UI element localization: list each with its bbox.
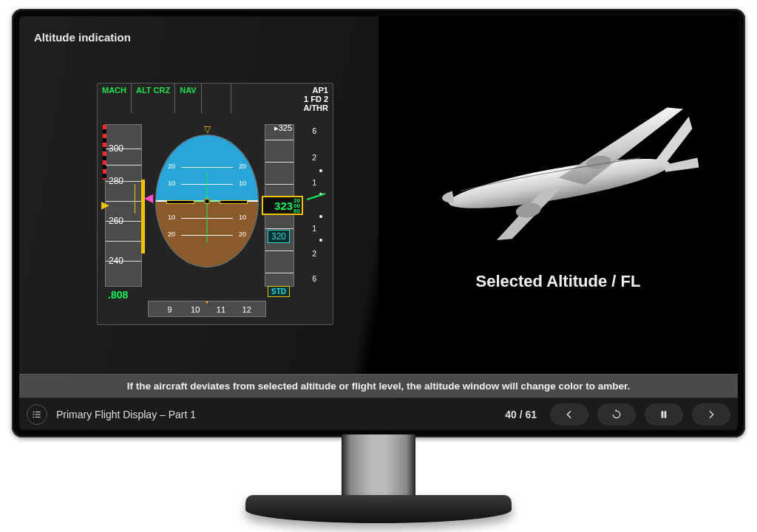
monitor-base xyxy=(245,495,512,523)
svg-rect-4 xyxy=(35,411,41,412)
bank-pointer-icon: ▽ xyxy=(204,124,211,134)
svg-rect-8 xyxy=(35,416,41,417)
fma-row: MACH ALT CRZ NAV AP1 1 FD 2 A/THR xyxy=(98,83,333,113)
selected-altitude-readout: 320 xyxy=(268,230,290,243)
svg-rect-9 xyxy=(662,411,664,417)
replay-button[interactable] xyxy=(597,403,636,426)
svg-point-0 xyxy=(446,149,673,218)
chevron-right-icon xyxy=(705,409,717,420)
fma-mach: MACH xyxy=(102,86,126,95)
svg-point-7 xyxy=(33,416,34,417)
previous-button[interactable] xyxy=(550,403,588,426)
airspeed-index-icon: ▶ xyxy=(101,199,109,211)
slide-title: Altitude indication xyxy=(34,31,131,44)
altitude-window: 323 20 00 80 xyxy=(262,196,303,215)
player-bar: Primary Flight Display – Part 1 40 / 61 xyxy=(19,398,738,430)
lesson-title: Primary Flight Display – Part 1 xyxy=(56,409,196,420)
svg-rect-6 xyxy=(35,414,41,415)
airspeed-tape: 300 280 260 240 ◀ ▶ xyxy=(105,124,142,287)
caption-bar: If the aircraft deviates from selected a… xyxy=(19,374,738,398)
fma-nav: NAV xyxy=(180,86,196,95)
page-counter: 40 / 61 xyxy=(505,409,537,420)
monitor-neck xyxy=(342,434,415,502)
pitch-20d: 20 xyxy=(168,231,175,238)
svg-point-3 xyxy=(33,411,34,412)
attitude-indicator: ▽ 2020 1010 1010 2020 xyxy=(155,124,259,287)
fma-athr: A/THR xyxy=(303,103,328,112)
svg-point-5 xyxy=(33,414,34,415)
fma-ap: AP1 xyxy=(303,86,328,95)
heading-strip: ▼ 9 10 11 12 xyxy=(148,301,266,317)
training-screen: Altitude indication MACH ALT CRZ NAV AP1… xyxy=(19,16,738,430)
pitch-10u: 10 xyxy=(168,180,175,187)
fma-fd: 1 FD 2 xyxy=(303,95,328,103)
aircraft-symbol xyxy=(166,197,248,205)
fma-altcrz: ALT CRZ xyxy=(136,86,170,95)
heading-pointer-icon: ▼ xyxy=(203,301,211,306)
altitude-readout: 323 xyxy=(274,200,293,212)
selected-speed-bug-icon: ◀ xyxy=(144,191,153,205)
list-icon xyxy=(32,409,42,420)
chevron-left-icon xyxy=(563,409,575,420)
baro-std-box: STD xyxy=(268,286,290,297)
svg-rect-10 xyxy=(665,411,667,417)
mach-readout: .808 xyxy=(108,289,128,301)
vs-needle-icon xyxy=(307,193,325,200)
monitor-frame: Altitude indication MACH ALT CRZ NAV AP1… xyxy=(12,9,745,437)
pfd-panel: MACH ALT CRZ NAV AP1 1 FD 2 A/THR xyxy=(97,83,333,325)
next-button[interactable] xyxy=(692,403,730,426)
menu-button[interactable] xyxy=(27,404,47,425)
pitch-10d: 10 xyxy=(168,214,175,221)
pause-icon xyxy=(658,409,670,420)
vertical-speed-scale: 6 2 1 1 2 6 xyxy=(305,128,327,283)
replay-icon xyxy=(611,409,622,420)
right-pane-caption: Selected Altitude / FL xyxy=(476,272,641,291)
aircraft-illustration xyxy=(418,99,699,254)
pause-button[interactable] xyxy=(645,403,683,426)
flight-director-vertical xyxy=(207,172,208,243)
pitch-20u: 20 xyxy=(168,163,175,170)
